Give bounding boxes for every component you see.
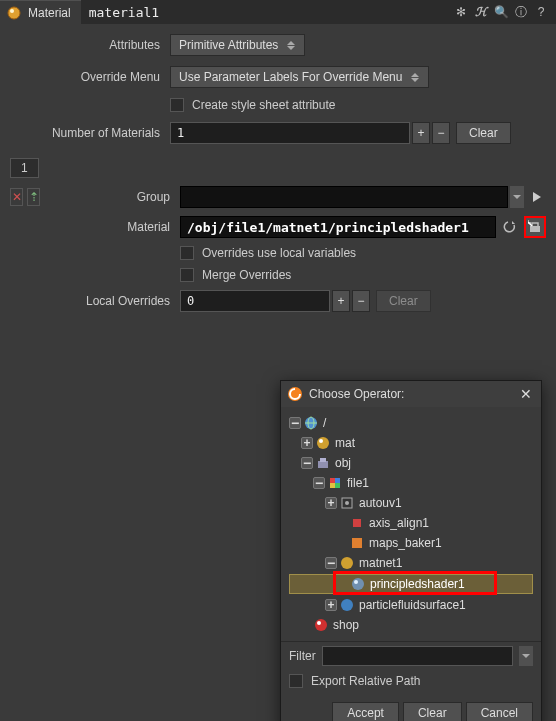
node-tab[interactable]: Material [0, 0, 81, 24]
maps-baker-icon [349, 535, 365, 551]
svg-rect-8 [318, 461, 328, 468]
geo-node-icon [327, 475, 343, 491]
local-overrides-decrement[interactable]: − [352, 290, 370, 312]
create-stylesheet-label: Create style sheet attribute [192, 98, 335, 112]
svg-point-15 [345, 501, 349, 505]
svg-point-22 [315, 619, 327, 631]
node-type-label: Material [28, 6, 71, 20]
overrides-local-label: Overrides use local variables [202, 246, 356, 260]
num-materials-increment[interactable]: + [412, 122, 430, 144]
svg-point-21 [341, 599, 353, 611]
gear-icon[interactable]: ✻ [452, 3, 470, 21]
close-button[interactable]: ✕ [517, 385, 535, 403]
create-stylesheet-checkbox[interactable] [170, 98, 184, 112]
svg-point-7 [319, 439, 323, 443]
tree-node-mat[interactable]: + mat [289, 433, 533, 453]
merge-overrides-checkbox[interactable] [180, 268, 194, 282]
jump-to-operator-button[interactable] [500, 216, 520, 238]
tree-node-mapsbaker1[interactable]: maps_baker1 [289, 533, 533, 553]
houdini-help-icon[interactable]: ℋ [472, 3, 490, 21]
filter-dropdown-button[interactable] [519, 646, 533, 666]
tree-node-autouv1[interactable]: + autouv1 [289, 493, 533, 513]
material-path-label: Material [10, 220, 180, 234]
tree-node-root[interactable]: − / [289, 413, 533, 433]
num-materials-input[interactable] [170, 122, 410, 144]
local-overrides-increment[interactable]: + [332, 290, 350, 312]
accept-button[interactable]: Accept [332, 702, 399, 721]
svg-point-20 [354, 580, 358, 584]
node-name-field[interactable]: material1 [81, 5, 446, 20]
tree-node-file1[interactable]: − file1 [289, 473, 533, 493]
override-menu-label: Override Menu [10, 70, 170, 84]
svg-rect-12 [330, 483, 335, 488]
filter-input[interactable] [322, 646, 513, 666]
num-materials-label: Number of Materials [10, 126, 170, 140]
operator-tree: − / + mat − obj − file1 + a [281, 407, 541, 641]
merge-overrides-label: Merge Overrides [202, 268, 291, 282]
chevron-updown-icon [410, 73, 420, 82]
svg-point-0 [8, 7, 20, 19]
num-materials-decrement[interactable]: − [432, 122, 450, 144]
num-materials-clear-button[interactable]: Clear [456, 122, 511, 144]
group-select-button[interactable] [528, 186, 546, 208]
export-relative-checkbox[interactable] [289, 674, 303, 688]
search-icon[interactable]: 🔍 [492, 3, 510, 21]
tree-node-obj[interactable]: − obj [289, 453, 533, 473]
svg-rect-16 [353, 519, 361, 527]
cancel-button[interactable]: Cancel [466, 702, 533, 721]
svg-point-19 [352, 578, 364, 590]
info-icon[interactable]: ⓘ [512, 3, 530, 21]
material-node-icon [6, 5, 22, 21]
houdini-logo-icon [287, 386, 303, 402]
group-label: Group [40, 190, 180, 204]
overrides-local-checkbox[interactable] [180, 246, 194, 260]
group-dropdown-button[interactable] [510, 186, 524, 208]
clear-button[interactable]: Clear [403, 702, 462, 721]
chevron-updown-icon [286, 41, 296, 50]
svg-rect-11 [335, 478, 340, 483]
tree-node-principledshader1[interactable]: principledshader1 [289, 574, 533, 594]
svg-rect-17 [352, 538, 362, 548]
autouv-icon [339, 495, 355, 511]
group-input[interactable] [180, 186, 508, 208]
tree-node-axisalign1[interactable]: axis_align1 [289, 513, 533, 533]
remove-instance-button[interactable]: ✕ [10, 188, 23, 206]
material-path-input[interactable] [180, 216, 496, 238]
help-icon[interactable]: ? [532, 3, 550, 21]
matnet-icon [339, 555, 355, 571]
shop-network-icon [313, 617, 329, 633]
attributes-label: Attributes [10, 38, 170, 52]
svg-point-23 [317, 621, 321, 625]
export-relative-label: Export Relative Path [311, 674, 420, 688]
tree-node-shop[interactable]: shop [289, 615, 533, 635]
dialog-title: Choose Operator: [309, 387, 517, 401]
local-overrides-clear-button[interactable]: Clear [376, 290, 431, 312]
local-overrides-label: Local Overrides [10, 294, 180, 308]
svg-rect-10 [330, 478, 335, 483]
material-instance-tab[interactable]: 1 [10, 158, 39, 178]
material-network-icon [315, 435, 331, 451]
svg-point-6 [317, 437, 329, 449]
operator-chooser-button[interactable] [524, 216, 546, 238]
obj-network-icon [315, 455, 331, 471]
particle-fluid-icon [339, 597, 355, 613]
axis-align-icon [349, 515, 365, 531]
svg-rect-2 [530, 226, 540, 232]
svg-point-1 [10, 9, 14, 13]
tree-node-particlefluidsurface1[interactable]: + particlefluidsurface1 [289, 595, 533, 615]
parameter-header: Material material1 ✻ ℋ 🔍 ⓘ ? [0, 0, 556, 24]
attributes-dropdown[interactable]: Primitive Attributes [170, 34, 305, 56]
globe-icon [303, 415, 319, 431]
add-instance-button[interactable]: ⇡ [27, 188, 40, 206]
override-menu-dropdown[interactable]: Use Parameter Labels For Override Menu [170, 66, 429, 88]
svg-rect-13 [335, 483, 340, 488]
filter-label: Filter [289, 649, 316, 663]
principled-shader-icon [350, 576, 366, 592]
svg-point-18 [341, 557, 353, 569]
tree-node-matnet1[interactable]: − matnet1 [289, 553, 533, 573]
local-overrides-input[interactable] [180, 290, 330, 312]
choose-operator-dialog: Choose Operator: ✕ − / + mat − obj − [280, 380, 542, 721]
svg-rect-9 [320, 458, 326, 462]
